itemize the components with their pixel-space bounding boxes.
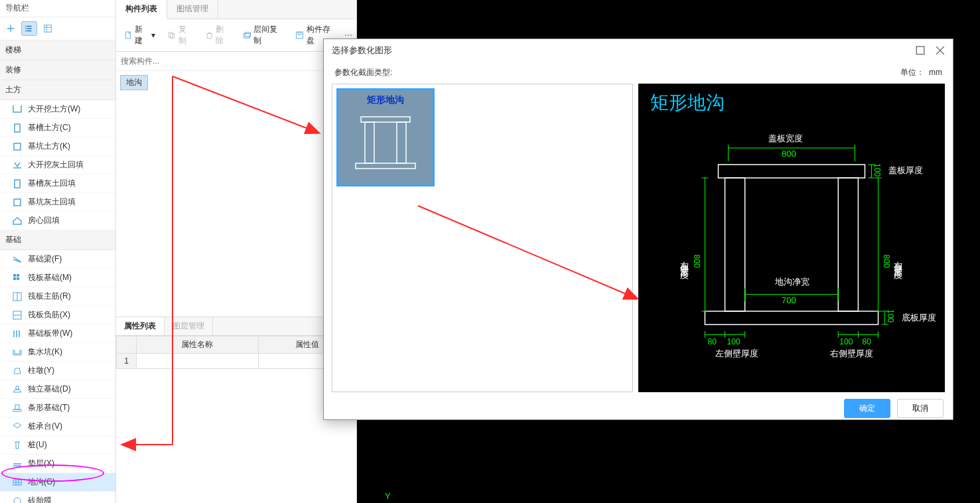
sidebar-item-label: 房心回填: [28, 215, 60, 226]
table-row[interactable]: 1: [117, 354, 356, 369]
axis-y-label: Y: [385, 491, 391, 501]
parametric-shape-dialog: 选择参数化图形 参数化截面类型: 单位： mm 矩形地沟 矩形地沟: [323, 38, 953, 420]
delete-button[interactable]: 删除: [201, 22, 235, 48]
pier-icon: [12, 366, 23, 376]
new-button[interactable]: 新建▾: [120, 22, 159, 48]
sidebar-item-trench[interactable]: 地沟(G): [0, 473, 115, 492]
sidebar-item[interactable]: 砖胎膜: [0, 492, 115, 503]
shape-card-title: 矩形地沟: [367, 94, 404, 106]
sidebar-item-label: 砖胎膜: [28, 495, 52, 503]
room-backfill-icon: [12, 216, 23, 226]
sidebar-item-label: 集水坑(K): [28, 346, 62, 358]
category-header-stairs[interactable]: 楼梯: [0, 40, 115, 60]
sidebar-item[interactable]: 垫层(X): [0, 455, 115, 473]
svg-text:800: 800: [782, 149, 796, 159]
component-toolbar: 新建▾ 复制 删除 层间复制 构件存盘 ⋯: [116, 19, 356, 52]
svg-text:80: 80: [707, 337, 717, 346]
sidebar-item[interactable]: 筏板主筋(R): [0, 287, 115, 306]
svg-text:盖板厚度: 盖板厚度: [888, 165, 923, 175]
sidebar-item[interactable]: 桩承台(V): [0, 417, 115, 436]
svg-text:700: 700: [782, 295, 796, 305]
list-view-button[interactable]: [21, 21, 37, 36]
sidebar-item[interactable]: 房心回填: [0, 212, 115, 230]
dialog-titlebar[interactable]: 选择参数化图形: [324, 39, 953, 62]
category-list: 楼梯 装修 土方 大开挖土方(W) 基槽土方(C) 基坑土方(K) 大开挖灰土回…: [0, 40, 115, 503]
rebar-main-icon: [12, 291, 23, 302]
beam-icon: [12, 254, 23, 265]
rebar-neg-icon: [12, 310, 23, 321]
layout-view-button[interactable]: [40, 21, 56, 36]
sidebar-item[interactable]: 基坑土方(K): [0, 137, 115, 156]
svg-text:100: 100: [886, 309, 895, 323]
sidebar-item[interactable]: 基槽土方(C): [0, 119, 115, 137]
chevron-down-icon: ▾: [151, 31, 155, 40]
sidebar-item[interactable]: 基槽灰土回填: [0, 175, 115, 193]
sidebar-item[interactable]: 大开挖土方(W): [0, 100, 115, 119]
isolated-foot-icon: [12, 384, 23, 395]
svg-point-2: [25, 31, 27, 32]
sidebar-item-label: 独立基础(D): [28, 384, 71, 395]
dialog-title: 选择参数化图形: [332, 44, 392, 56]
add-icon-button[interactable]: [3, 21, 19, 36]
svg-rect-28: [719, 165, 865, 178]
svg-text:盖板宽度: 盖板宽度: [768, 133, 803, 143]
sidebar-item-label: 筏板负筋(X): [28, 309, 70, 321]
sidebar-item[interactable]: 桩(U): [0, 436, 115, 455]
copy-button[interactable]: 复制: [163, 22, 197, 48]
tab-drawing-mgmt[interactable]: 图纸管理: [167, 0, 218, 19]
svg-text:80: 80: [862, 337, 871, 346]
svg-text:地沟净宽: 地沟净宽: [774, 277, 809, 287]
property-section: 属性列表 图层管理 属性名称 属性值 1: [116, 317, 356, 369]
shape-card-rect-trench[interactable]: 矩形地沟: [336, 88, 435, 186]
sidebar-item[interactable]: 基坑灰土回填: [0, 193, 115, 212]
sidebar-item-label: 基槽灰土回填: [28, 178, 76, 189]
layer-copy-button[interactable]: 层间复制: [239, 22, 288, 48]
pit-icon: [12, 141, 23, 152]
shape-preview-svg: 矩形地沟 盖板宽度 800 100 盖板厚度 800: [638, 84, 945, 392]
property-table: 属性名称 属性值 1: [116, 336, 356, 369]
maximize-button[interactable]: [916, 46, 925, 55]
search-input[interactable]: [119, 54, 354, 68]
trench-icon: [12, 123, 23, 133]
category-header-earthwork[interactable]: 土方: [0, 80, 115, 100]
layer-copy-icon: [243, 31, 251, 40]
sidebar-item-label: 筏板基础(M): [28, 272, 72, 283]
delete-icon: [205, 31, 214, 40]
svg-rect-4: [15, 124, 20, 132]
svg-rect-21: [297, 32, 303, 38]
tab-layer-mgmt[interactable]: 图层管理: [165, 317, 213, 335]
search-row: [116, 52, 356, 71]
sidebar-item[interactable]: 基础板带(W): [0, 324, 115, 343]
sidebar-item[interactable]: 独立基础(D): [0, 380, 115, 399]
svg-rect-11: [17, 277, 19, 280]
sidebar-item-label: 条形基础(T): [28, 402, 70, 413]
cancel-button[interactable]: 取消: [897, 399, 944, 418]
tab-property-list[interactable]: 属性列表: [116, 317, 165, 335]
svg-rect-8: [13, 274, 16, 277]
sidebar-item[interactable]: 集水坑(K): [0, 343, 115, 362]
category-header-decoration[interactable]: 装修: [0, 60, 115, 80]
sidebar-item[interactable]: 柱墩(Y): [0, 362, 115, 380]
sidebar-item[interactable]: 大开挖灰土回填: [0, 156, 115, 175]
svg-rect-6: [15, 180, 20, 188]
svg-rect-31: [705, 311, 878, 324]
sidebar-item[interactable]: 基础梁(F): [0, 250, 115, 269]
sidebar-item[interactable]: 筏板基础(M): [0, 269, 115, 287]
tab-component-list[interactable]: 构件列表: [116, 0, 167, 19]
strip-foot-icon: [12, 403, 23, 413]
component-tag-trench[interactable]: 地沟: [120, 75, 148, 90]
sidebar-item[interactable]: 条形基础(T): [0, 399, 115, 417]
save-icon: [295, 31, 304, 40]
svg-text:100: 100: [839, 337, 853, 346]
svg-text:左侧壁厚度: 左侧壁厚度: [715, 348, 758, 358]
bedding-icon: [12, 459, 23, 469]
property-name-cell[interactable]: [137, 354, 259, 369]
sidebar-item[interactable]: 筏板负筋(X): [0, 306, 115, 324]
ok-button[interactable]: 确定: [844, 399, 890, 418]
category-header-foundation[interactable]: 基础: [0, 230, 115, 250]
close-button[interactable]: [936, 46, 945, 55]
svg-rect-10: [13, 277, 16, 280]
svg-rect-23: [916, 46, 924, 54]
new-icon: [124, 31, 133, 40]
sidebar-item-label: 地沟(G): [28, 476, 55, 488]
